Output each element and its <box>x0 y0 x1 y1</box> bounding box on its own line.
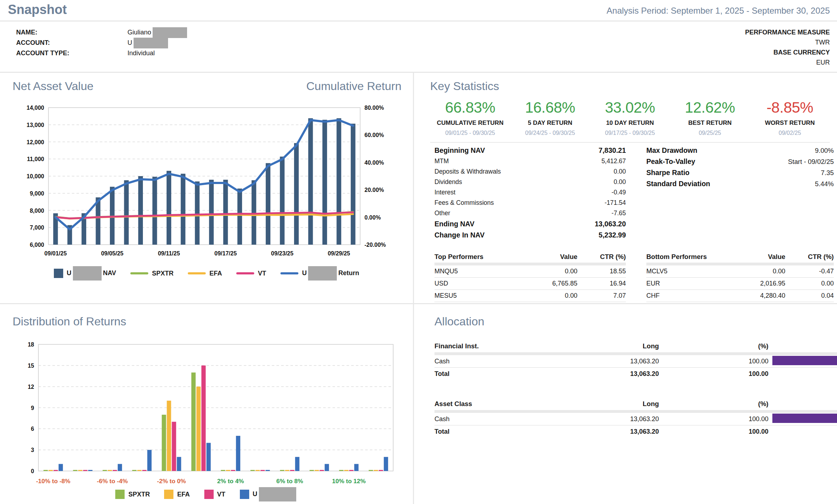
performer-row: USD6,765.8516.94 <box>434 278 626 290</box>
dist-bar-efa <box>196 387 201 471</box>
allocation-total-label: Total <box>434 370 553 378</box>
name-label: NAME: <box>16 29 127 36</box>
nav-bar <box>351 124 355 245</box>
snapshot-report: { "colors": { "title": "#6d8097", "posit… <box>0 0 837 504</box>
header-separator <box>434 263 626 265</box>
bucket-label: 6% to 8% <box>276 478 303 485</box>
y-axis-tick: 9 <box>31 405 34 411</box>
stat-label: 5 DAY RETURN <box>510 119 590 127</box>
legend-swatch-efa <box>164 490 173 499</box>
dist-bar-spxtr <box>369 470 373 471</box>
stat-label: BEST RETURN <box>670 119 750 127</box>
performer-name: MNQU5 <box>434 268 511 275</box>
dist-bar-spxtr <box>280 470 284 471</box>
stat-highlights: 66.83%CUMULATIVE RETURN09/01/25 - 09/30/… <box>430 99 830 143</box>
performer-value: 0.00 <box>719 268 785 275</box>
dist-bar-u-redacted-return <box>325 464 329 471</box>
performance-measure-label: PERFORMANCE MEASURE <box>745 27 830 37</box>
performer-ctr: 0.04 <box>785 292 834 300</box>
legend-label: UReturn <box>302 266 359 281</box>
allocation-total-row: Total13,063.20100.00 <box>434 368 837 380</box>
dist-bar-efa <box>48 470 53 471</box>
stat-value: 33.02% <box>590 99 670 116</box>
allocation-row: Cash13,063.20100.00 <box>434 413 837 425</box>
legend-swatch-vt <box>236 272 254 274</box>
account-info-left: NAME: Giuliano ACCOUNT: U ACCOUNT TYPE: … <box>16 27 189 58</box>
dist-bar-spxtr <box>251 470 255 471</box>
dist-bar-efa <box>137 470 141 471</box>
risk-label: Standard Deviation <box>646 180 710 188</box>
allocation-pct: 100.00 <box>659 358 768 365</box>
pct-column-header: (%) <box>659 400 768 408</box>
performer-ctr: -0.47 <box>785 268 834 275</box>
risk-row: Sharpe Ratio7.35 <box>646 167 834 178</box>
redacted-text <box>259 487 296 501</box>
performer-name: EUR <box>646 280 719 287</box>
risk-row: Standard Deviation5.44% <box>646 178 834 189</box>
performer-name: CHF <box>646 292 719 300</box>
right-axis-tick: -20.00% <box>364 242 386 248</box>
performance-measure-value: TWR <box>745 37 830 47</box>
stat-value: 16.68% <box>510 99 590 116</box>
breakdown-row: Beginning NAV7,830.21 <box>434 145 626 156</box>
dist-bar-u-redacted-return <box>59 464 63 471</box>
bucket-label: 2% to 4% <box>217 478 244 485</box>
stat-label: CUMULATIVE RETURN <box>430 119 510 127</box>
allocation-title: Allocation <box>434 315 484 328</box>
dist-bar-u-redacted-return <box>266 470 270 471</box>
dist-bar-vt <box>172 422 176 471</box>
long-column-header: Long <box>553 400 659 408</box>
performer-row: EUR2,016.950.00 <box>646 278 834 290</box>
nav-bar <box>124 180 129 245</box>
breakdown-row: Ending NAV13,063.20 <box>434 218 626 230</box>
dist-bar-efa <box>374 470 378 471</box>
breakdown-value: -171.54 <box>605 199 626 207</box>
risk-value: Start - 09/02/25 <box>788 158 834 166</box>
nav-bar <box>138 176 143 245</box>
nav-combo-chart: 14,00013,00012,00011,00010,0009,0008,000… <box>11 100 402 260</box>
performer-row: CHF4,280.400.04 <box>646 290 834 302</box>
left-axis-tick: 7,000 <box>30 225 44 231</box>
legend-item: SPXTR <box>115 490 150 499</box>
legend-label: U <box>253 487 298 501</box>
stat-label: 10 DAY RETURN <box>590 119 670 127</box>
allocation-bar <box>772 414 837 423</box>
bucket-label: -6% to -4% <box>97 478 128 485</box>
legend-swatch-nav <box>54 269 63 278</box>
name-value: Giuliano <box>127 27 189 38</box>
stat-period: 09/02/25 <box>750 130 830 136</box>
performer-name: USD <box>434 280 511 287</box>
legend-label: SPXTR <box>152 270 173 277</box>
left-axis-tick: 13,000 <box>27 122 44 128</box>
base-currency-value: EUR <box>745 57 830 67</box>
ctr-column-header: CTR (%) <box>577 253 626 261</box>
breakdown-row: Interest-0.49 <box>434 187 626 198</box>
risk-row: Peak-To-ValleyStart - 09/02/25 <box>646 156 834 167</box>
x-axis-tick: 09/23/25 <box>271 250 293 256</box>
stat-highlight: -8.85%WORST RETURN09/02/25 <box>750 99 830 136</box>
performer-row: MNQU50.0018.55 <box>434 265 626 278</box>
x-axis-tick: 09/29/25 <box>328 250 350 256</box>
stat-period: 09/17/25 - 09/30/25 <box>590 130 670 136</box>
legend-swatch-spxtr <box>130 272 148 274</box>
performer-name: MESU5 <box>434 292 511 300</box>
legend-item: VT <box>204 490 225 499</box>
legend-item: SPXTR <box>130 270 173 277</box>
left-axis-tick: 11,000 <box>27 156 44 162</box>
breakdown-row: Deposits & Withdrawals0.00 <box>434 166 626 177</box>
legend-swatch-series <box>240 490 249 499</box>
dist-bar-u-redacted-return <box>354 464 359 471</box>
dist-bar-vt <box>113 470 117 471</box>
dist-bar-spxtr <box>132 470 136 471</box>
account-label: ACCOUNT: <box>16 39 127 47</box>
breakdown-value: 7,830.21 <box>599 146 626 155</box>
dist-bar-vt <box>142 470 147 471</box>
nav-bar <box>223 180 228 245</box>
allocation-table-financial-inst-: Financial Inst.Long(%)Cash13,063.20100.0… <box>434 340 837 380</box>
dist-bar-spxtr <box>162 415 166 471</box>
dist-bar-u-redacted-return <box>236 436 240 471</box>
performer-value: 0.00 <box>511 292 577 300</box>
bottom-performers-header: Bottom Performers Value CTR (%) <box>646 251 834 263</box>
bottom-performers-table: Bottom Performers Value CTR (%) MCLV50.0… <box>646 251 834 302</box>
dist-bar-vt <box>320 470 324 471</box>
